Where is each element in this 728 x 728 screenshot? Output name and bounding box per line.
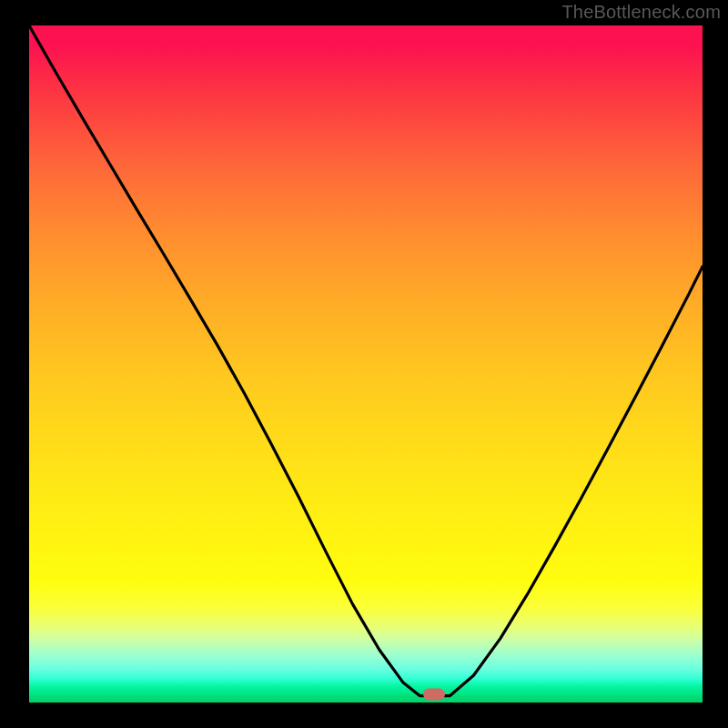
watermark-text: TheBottleneck.com bbox=[561, 2, 721, 23]
plot-area bbox=[29, 25, 703, 703]
chart-frame: TheBottleneck.com bbox=[0, 0, 728, 728]
optimal-marker bbox=[423, 689, 445, 701]
bottleneck-curve bbox=[29, 25, 703, 703]
